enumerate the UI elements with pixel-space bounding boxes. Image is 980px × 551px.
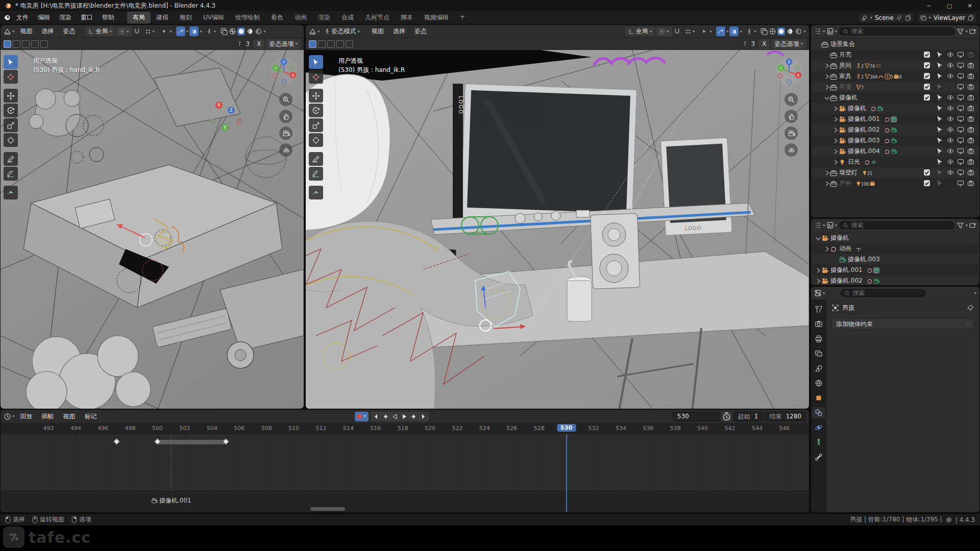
outliner-row-摄像机.003[interactable]: 摄像机.003 [811,254,979,265]
camera-view-icon[interactable] [279,127,292,140]
expander-icon[interactable] [815,235,821,241]
editor-type-icon[interactable] [4,28,11,35]
screen-toggle[interactable] [957,62,964,69]
properties-options-icon[interactable]: ▾ [974,291,976,295]
camrender-toggle[interactable] [967,72,974,80]
check-toggle[interactable] [923,83,930,90]
transform-axes-button[interactable]: 3 [236,39,252,49]
tool-tweak-button[interactable] [4,55,18,69]
cursor-toggle[interactable] [936,105,943,112]
tool-transform-button[interactable] [4,133,18,147]
snap-options-button[interactable]: ▾ [682,27,698,36]
check-toggle[interactable] [923,51,930,58]
shading-material-icon[interactable] [246,28,254,35]
nav-gizmo[interactable]: Z X Y [269,57,299,87]
expander-icon[interactable] [824,246,830,252]
outliner-row-动画[interactable]: 动画 [811,243,979,254]
screen-toggle[interactable] [957,105,964,112]
camrender-toggle[interactable] [967,126,974,133]
auto-keying-button[interactable]: ▾ [355,412,369,421]
camera-view-icon[interactable] [785,127,798,140]
expander-icon[interactable] [832,148,839,155]
outliner-row-日光[interactable]: 日光 [811,157,979,167]
viewlayer-selector[interactable]: ▾ViewLayer [917,13,977,23]
workspace-tab-UV编辑[interactable]: UV编辑 [198,12,230,23]
tool-scale-button[interactable] [4,118,18,132]
outliner-row-墙壁灯[interactable]: 墙壁灯21 [811,167,979,178]
eye-toggle[interactable] [947,169,954,176]
snap-magnet-icon[interactable] [133,28,141,35]
outliner-row-摄像机.001[interactable]: 摄像机.001 [811,114,979,124]
properties-tab-render-icon[interactable] [812,318,825,330]
copy-icon[interactable] [968,15,974,21]
play-reverse-icon[interactable] [390,412,400,421]
eye-toggle[interactable] [947,137,954,144]
screen-toggle[interactable] [957,94,964,101]
viewport-left-canvas[interactable]: X Z Y 用户透视 (530) 男孩 : hand_ik.R Z X Y [1,50,304,409]
viewport-menu-姿态[interactable]: 姿态 [59,26,80,37]
mirror-x-button[interactable]: X [758,39,770,49]
outliner2-search-input[interactable]: 搜索 [838,220,955,230]
screen-toggle[interactable] [957,72,964,80]
keyframe-diamond[interactable] [113,438,120,445]
jump-to-start-icon[interactable] [371,412,380,421]
filter-funnel-icon[interactable] [957,221,964,229]
screen-toggle[interactable] [957,51,964,58]
timeline-scrollbar[interactable] [310,507,345,511]
outliner-filter-type-icon[interactable] [826,221,834,229]
overlays-toggle[interactable] [716,27,725,36]
workspace-tab-+[interactable]: + [454,12,471,23]
workspace-tab-合成[interactable]: 合成 [336,12,359,23]
properties-search-input[interactable]: 搜索 [840,288,926,298]
grid-view-icon[interactable] [279,143,292,157]
screen-toggle[interactable] [957,180,964,187]
check-toggle[interactable] [923,180,930,187]
eye-toggle[interactable] [947,51,954,58]
pin-icon[interactable] [967,304,974,312]
viewport-menu-视图[interactable]: 视图 [16,26,37,37]
viewport-menu-视图[interactable]: 视图 [367,26,388,37]
tool-measure-button[interactable] [4,167,18,181]
timeline-menu-插帧[interactable]: 插帧 [37,411,59,422]
tool-breakdowner-button[interactable] [309,186,323,199]
outliner-row-摄像机[interactable]: 摄像机 [811,103,979,114]
expander-icon[interactable] [815,267,821,273]
workspace-tab-雕刻[interactable]: 雕刻 [174,12,198,23]
menu-渲染[interactable]: 渲染 [55,12,76,23]
select-invert-icon[interactable] [31,40,39,48]
tool-scale-button[interactable] [309,118,323,132]
check-toggle[interactable] [923,94,930,101]
new-collection-icon[interactable] [969,28,976,35]
transform-orientation-button[interactable]: 全局▾ [85,27,115,36]
outliner-filter-type-icon[interactable] [826,28,834,35]
maximize-button[interactable]: ▢ [939,0,960,11]
cursor-toggle[interactable] [936,51,943,58]
cursor-toggle[interactable] [936,137,943,144]
camrender-toggle[interactable] [967,137,974,144]
editor-type-icon[interactable] [309,28,316,35]
timeline-ruler[interactable]: 4924944964985005025045065085105125145165… [1,423,809,434]
timeline-menu-回放[interactable]: 回放 [16,411,37,422]
expander-icon[interactable] [832,159,839,165]
pivot-button[interactable]: ▾ [656,27,672,36]
workspace-tab-纹理绘制[interactable]: 纹理绘制 [230,12,265,23]
select-subtract-icon[interactable] [327,40,335,48]
shading-wireframe-icon[interactable] [229,28,236,35]
select-extend-icon[interactable] [13,40,20,48]
cursor-toggle[interactable] [936,83,943,90]
cursor-toggle[interactable] [936,126,943,133]
select-subtract-icon[interactable] [22,40,30,48]
properties-tab-bone-icon[interactable] [812,452,825,463]
camrender-toggle[interactable] [967,62,974,69]
workspace-tab-布局[interactable]: 布局 [127,12,151,23]
outliner-row-摄像机[interactable]: 摄像机 [811,233,979,243]
expander-icon[interactable] [824,95,830,101]
screen-toggle[interactable] [957,147,964,155]
select-new-icon[interactable] [309,40,316,48]
screen-toggle[interactable] [957,83,964,90]
expander-icon[interactable] [824,73,830,80]
properties-tab-output-icon[interactable] [812,333,825,344]
tool-rotate-button[interactable] [309,104,323,117]
expander-icon[interactable] [824,84,830,90]
camrender-toggle[interactable] [967,158,974,165]
